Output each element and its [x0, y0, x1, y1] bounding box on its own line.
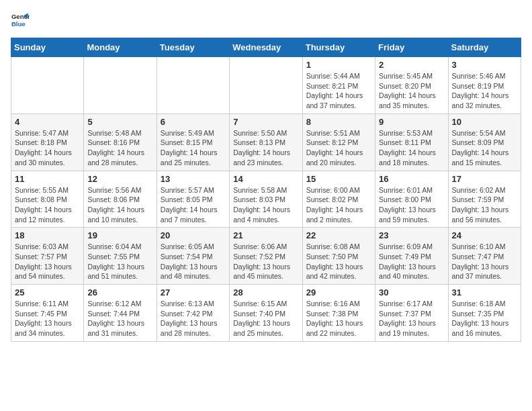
cell-info-text: Sunrise: 5:48 AM Sunset: 8:16 PM Dayligh…: [87, 128, 152, 168]
cell-info-text: Sunrise: 6:11 AM Sunset: 7:45 PM Dayligh…: [15, 299, 80, 338]
cell-info-text: Sunrise: 5:58 AM Sunset: 8:03 PM Dayligh…: [233, 185, 298, 225]
calendar-cell: 21Sunrise: 6:06 AM Sunset: 7:52 PM Dayli…: [230, 228, 302, 285]
cell-date-number: 6: [161, 117, 226, 127]
calendar-cell: 4Sunrise: 5:47 AM Sunset: 8:18 PM Daylig…: [11, 113, 84, 171]
cell-date-number: 20: [161, 230, 226, 240]
cell-date-number: 14: [233, 174, 298, 184]
calendar-cell: 18Sunrise: 6:03 AM Sunset: 7:57 PM Dayli…: [11, 228, 84, 285]
calendar-cell: 6Sunrise: 5:49 AM Sunset: 8:15 PM Daylig…: [157, 113, 229, 171]
cell-date-number: 28: [233, 287, 298, 298]
calendar-cell: 7Sunrise: 5:50 AM Sunset: 8:13 PM Daylig…: [230, 113, 302, 171]
cell-date-number: 16: [379, 174, 444, 184]
cell-date-number: 15: [306, 174, 371, 184]
calendar-cell: 2Sunrise: 5:45 AM Sunset: 8:20 PM Daylig…: [375, 57, 448, 114]
cell-date-number: 22: [306, 230, 371, 240]
cell-date-number: 31: [452, 287, 517, 298]
cell-info-text: Sunrise: 5:44 AM Sunset: 8:21 PM Dayligh…: [306, 71, 371, 111]
calendar-cell: 10Sunrise: 5:54 AM Sunset: 8:09 PM Dayli…: [448, 113, 521, 171]
cell-info-text: Sunrise: 5:56 AM Sunset: 8:06 PM Dayligh…: [87, 185, 152, 225]
svg-text:Blue: Blue: [11, 20, 26, 28]
calendar-body: 1Sunrise: 5:44 AM Sunset: 8:21 PM Daylig…: [11, 57, 521, 342]
cell-date-number: 1: [306, 60, 371, 70]
cell-date-number: 8: [306, 117, 371, 127]
calendar-cell: 1Sunrise: 5:44 AM Sunset: 8:21 PM Daylig…: [302, 57, 375, 114]
cell-info-text: Sunrise: 6:13 AM Sunset: 7:42 PM Dayligh…: [161, 299, 226, 338]
cell-info-text: Sunrise: 6:12 AM Sunset: 7:44 PM Dayligh…: [87, 299, 152, 338]
cell-info-text: Sunrise: 6:05 AM Sunset: 7:54 PM Dayligh…: [161, 242, 226, 281]
cell-info-text: Sunrise: 6:04 AM Sunset: 7:55 PM Dayligh…: [87, 242, 152, 281]
calendar-cell: [230, 57, 302, 114]
calendar-cell: 11Sunrise: 5:55 AM Sunset: 8:08 PM Dayli…: [11, 171, 84, 228]
calendar-cell: [84, 57, 157, 114]
cell-info-text: Sunrise: 5:55 AM Sunset: 8:08 PM Dayligh…: [15, 185, 80, 225]
cell-info-text: Sunrise: 6:02 AM Sunset: 7:59 PM Dayligh…: [452, 185, 517, 225]
cell-date-number: 17: [452, 174, 517, 184]
weekday-header-thursday: Thursday: [302, 38, 375, 57]
cell-date-number: 24: [452, 230, 517, 240]
cell-info-text: Sunrise: 6:00 AM Sunset: 8:02 PM Dayligh…: [306, 185, 371, 225]
calendar-cell: 8Sunrise: 5:51 AM Sunset: 8:12 PM Daylig…: [302, 113, 375, 171]
calendar-cell: [11, 57, 84, 114]
cell-info-text: Sunrise: 6:15 AM Sunset: 7:40 PM Dayligh…: [233, 299, 298, 338]
cell-date-number: 30: [379, 287, 444, 298]
calendar-cell: 17Sunrise: 6:02 AM Sunset: 7:59 PM Dayli…: [448, 171, 521, 228]
calendar-cell: [157, 57, 229, 114]
calendar-week-2: 4Sunrise: 5:47 AM Sunset: 8:18 PM Daylig…: [11, 113, 521, 171]
calendar-cell: 16Sunrise: 6:01 AM Sunset: 8:00 PM Dayli…: [375, 171, 448, 228]
cell-date-number: 29: [306, 287, 371, 298]
cell-date-number: 27: [161, 287, 226, 298]
page-header: General Blue: [11, 11, 521, 30]
calendar-cell: 30Sunrise: 6:17 AM Sunset: 7:37 PM Dayli…: [375, 285, 448, 342]
cell-info-text: Sunrise: 5:53 AM Sunset: 8:11 PM Dayligh…: [379, 128, 444, 168]
calendar-cell: 29Sunrise: 6:16 AM Sunset: 7:38 PM Dayli…: [302, 285, 375, 342]
cell-info-text: Sunrise: 5:46 AM Sunset: 8:19 PM Dayligh…: [452, 71, 517, 111]
cell-info-text: Sunrise: 6:18 AM Sunset: 7:35 PM Dayligh…: [452, 299, 517, 338]
cell-date-number: 23: [379, 230, 444, 240]
cell-date-number: 11: [15, 174, 80, 184]
cell-date-number: 7: [233, 117, 298, 127]
cell-info-text: Sunrise: 5:47 AM Sunset: 8:18 PM Dayligh…: [15, 128, 80, 168]
calendar-header: SundayMondayTuesdayWednesdayThursdayFrid…: [11, 38, 521, 57]
calendar-table: SundayMondayTuesdayWednesdayThursdayFrid…: [11, 38, 521, 342]
cell-date-number: 13: [161, 174, 226, 184]
calendar-cell: 20Sunrise: 6:05 AM Sunset: 7:54 PM Dayli…: [157, 228, 229, 285]
cell-info-text: Sunrise: 5:54 AM Sunset: 8:09 PM Dayligh…: [452, 128, 517, 168]
cell-info-text: Sunrise: 5:49 AM Sunset: 8:15 PM Dayligh…: [161, 128, 226, 168]
cell-date-number: 3: [452, 60, 517, 70]
cell-date-number: 19: [87, 230, 152, 240]
cell-info-text: Sunrise: 6:09 AM Sunset: 7:49 PM Dayligh…: [379, 242, 444, 281]
calendar-week-4: 18Sunrise: 6:03 AM Sunset: 7:57 PM Dayli…: [11, 228, 521, 285]
calendar-cell: 31Sunrise: 6:18 AM Sunset: 7:35 PM Dayli…: [448, 285, 521, 342]
cell-info-text: Sunrise: 5:51 AM Sunset: 8:12 PM Dayligh…: [306, 128, 371, 168]
cell-date-number: 12: [87, 174, 152, 184]
cell-info-text: Sunrise: 5:50 AM Sunset: 8:13 PM Dayligh…: [233, 128, 298, 168]
weekday-header-row: SundayMondayTuesdayWednesdayThursdayFrid…: [11, 38, 521, 57]
calendar-cell: 23Sunrise: 6:09 AM Sunset: 7:49 PM Dayli…: [375, 228, 448, 285]
weekday-header-wednesday: Wednesday: [230, 38, 302, 57]
cell-info-text: Sunrise: 6:08 AM Sunset: 7:50 PM Dayligh…: [306, 242, 371, 281]
cell-info-text: Sunrise: 5:57 AM Sunset: 8:05 PM Dayligh…: [161, 185, 226, 225]
calendar-cell: 24Sunrise: 6:10 AM Sunset: 7:47 PM Dayli…: [448, 228, 521, 285]
cell-info-text: Sunrise: 6:10 AM Sunset: 7:47 PM Dayligh…: [452, 242, 517, 281]
cell-info-text: Sunrise: 6:01 AM Sunset: 8:00 PM Dayligh…: [379, 185, 444, 225]
calendar-cell: 28Sunrise: 6:15 AM Sunset: 7:40 PM Dayli…: [230, 285, 302, 342]
weekday-header-monday: Monday: [84, 38, 157, 57]
calendar-cell: 19Sunrise: 6:04 AM Sunset: 7:55 PM Dayli…: [84, 228, 157, 285]
weekday-header-sunday: Sunday: [11, 38, 84, 57]
calendar-cell: 15Sunrise: 6:00 AM Sunset: 8:02 PM Dayli…: [302, 171, 375, 228]
cell-date-number: 4: [15, 117, 80, 127]
logo: General Blue: [11, 11, 32, 30]
calendar-cell: 25Sunrise: 6:11 AM Sunset: 7:45 PM Dayli…: [11, 285, 84, 342]
cell-info-text: Sunrise: 6:03 AM Sunset: 7:57 PM Dayligh…: [15, 242, 80, 281]
cell-date-number: 26: [87, 287, 152, 298]
calendar-cell: 14Sunrise: 5:58 AM Sunset: 8:03 PM Dayli…: [230, 171, 302, 228]
cell-date-number: 5: [87, 117, 152, 127]
cell-date-number: 18: [15, 230, 80, 240]
calendar-cell: 3Sunrise: 5:46 AM Sunset: 8:19 PM Daylig…: [448, 57, 521, 114]
calendar-cell: 22Sunrise: 6:08 AM Sunset: 7:50 PM Dayli…: [302, 228, 375, 285]
cell-info-text: Sunrise: 6:17 AM Sunset: 7:37 PM Dayligh…: [379, 299, 444, 338]
calendar-cell: 26Sunrise: 6:12 AM Sunset: 7:44 PM Dayli…: [84, 285, 157, 342]
cell-info-text: Sunrise: 5:45 AM Sunset: 8:20 PM Dayligh…: [379, 71, 444, 111]
calendar-week-3: 11Sunrise: 5:55 AM Sunset: 8:08 PM Dayli…: [11, 171, 521, 228]
cell-date-number: 2: [379, 60, 444, 70]
